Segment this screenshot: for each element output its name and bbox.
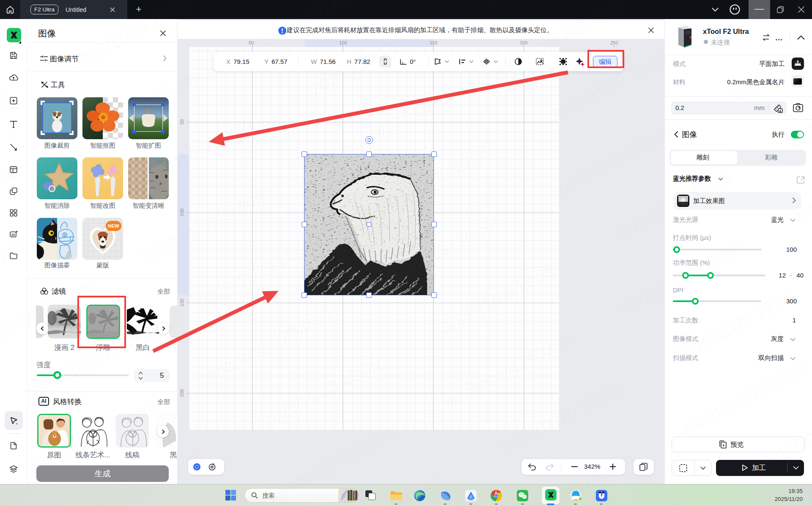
svg-text:AI: AI: [11, 233, 15, 237]
svg-text:A: A: [779, 109, 782, 113]
